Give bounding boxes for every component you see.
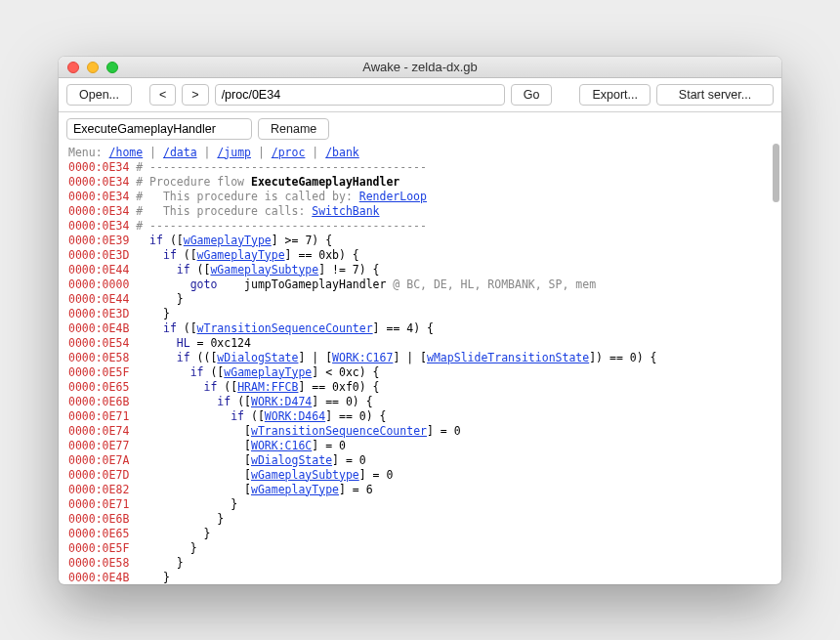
titlebar: Awake - zelda-dx.gb bbox=[59, 57, 781, 78]
code-line: 0000:0E5F if ([wGameplayType] < 0xc) { bbox=[68, 365, 772, 380]
symbol-link[interactable]: wTransitionSequenceCounter bbox=[197, 321, 373, 335]
symbol-link[interactable]: /home bbox=[109, 146, 144, 159]
code-line: 0000:0E74 [wTransitionSequenceCounter] =… bbox=[68, 424, 772, 439]
symbol-link[interactable]: wGameplayType bbox=[197, 248, 285, 262]
symbol-link[interactable]: wGameplayType bbox=[224, 365, 312, 379]
symbol-link[interactable]: SwitchBank bbox=[312, 204, 379, 218]
go-button[interactable]: Go bbox=[511, 84, 553, 106]
symbol-link[interactable]: wGameplaySubtype bbox=[210, 263, 318, 277]
symbol-link[interactable]: wMapSlideTransitionState bbox=[427, 351, 589, 364]
code-line: 0000:0E7A [wDialogState] = 0 bbox=[68, 453, 772, 468]
code-line: 0000:0E71 if ([WORK:D464] == 0) { bbox=[68, 409, 772, 424]
code-line: 0000:0E58 } bbox=[68, 556, 772, 571]
code-line: 0000:0000 goto jumpToGameplayHandler @ B… bbox=[68, 277, 772, 292]
symbol-link[interactable]: wGameplayType bbox=[251, 483, 339, 496]
symbol-link[interactable]: WORK:D474 bbox=[251, 395, 312, 408]
symbol-link[interactable]: /bank bbox=[325, 146, 359, 159]
code-line: 0000:0E71 } bbox=[68, 497, 772, 512]
code-line: 0000:0E6B } bbox=[68, 512, 772, 527]
symbol-link[interactable]: WORK:C16C bbox=[251, 439, 312, 452]
toolbar: Open... < > /proc/0E34 Go Export... Star… bbox=[59, 78, 781, 112]
code-line: 0000:0E44 } bbox=[68, 292, 772, 307]
back-button[interactable]: < bbox=[149, 84, 176, 106]
start-server-button[interactable]: Start server... bbox=[656, 84, 774, 106]
symbol-link[interactable]: wGameplaySubtype bbox=[251, 468, 359, 482]
code-line: 0000:0E4B if ([wTransitionSequenceCounte… bbox=[68, 321, 772, 336]
code-line: 0000:0E3D } bbox=[68, 307, 772, 321]
code-line: 0000:0E65 } bbox=[68, 527, 772, 541]
rename-bar: ExecuteGameplayHandler Rename bbox=[59, 112, 781, 144]
symbol-link[interactable]: HRAM:FFCB bbox=[237, 380, 298, 394]
symbol-link[interactable]: wDialogState bbox=[217, 351, 298, 364]
code-line: 0000:0E34 # ----------------------------… bbox=[68, 219, 772, 234]
code-line: 0000:0E34 # This procedure is called by:… bbox=[68, 190, 772, 204]
window-title: Awake - zelda-dx.gb bbox=[59, 60, 781, 74]
symbol-link[interactable]: RenderLoop bbox=[359, 190, 427, 203]
symbol-link[interactable]: WORK:D464 bbox=[265, 409, 325, 423]
code-line: 0000:0E5F } bbox=[68, 541, 772, 556]
minimize-icon[interactable] bbox=[87, 62, 99, 73]
code-line: 0000:0E6B if ([WORK:D474] == 0) { bbox=[68, 395, 772, 409]
zoom-icon[interactable] bbox=[106, 62, 118, 73]
code-line: 0000:0E34 # ----------------------------… bbox=[68, 160, 772, 175]
app-window: Awake - zelda-dx.gb Open... < > /proc/0E… bbox=[59, 57, 781, 584]
open-button[interactable]: Open... bbox=[66, 84, 132, 106]
symbol-link[interactable]: wTransitionSequenceCounter bbox=[251, 424, 427, 438]
symbol-link[interactable]: /data bbox=[163, 146, 197, 159]
menu-line: Menu: /home | /data | /jump | /proc | /b… bbox=[68, 146, 772, 160]
path-input[interactable]: /proc/0E34 bbox=[215, 84, 505, 106]
code-line: 0000:0E34 # Procedure flow ExecuteGamepl… bbox=[68, 175, 772, 190]
code-line: 0000:0E77 [WORK:C16C] = 0 bbox=[68, 439, 772, 453]
code-line: 0000:0E58 if (([wDialogState] | [WORK:C1… bbox=[68, 351, 772, 365]
code-line: 0000:0E34 # This procedure calls: Switch… bbox=[68, 204, 772, 219]
code-line: 0000:0E4B } bbox=[68, 571, 772, 584]
code-view: Menu: /home | /data | /jump | /proc | /b… bbox=[59, 144, 781, 584]
procedure-name: ExecuteGameplayHandler bbox=[251, 175, 399, 189]
code-line: 0000:0E7D [wGameplaySubtype] = 0 bbox=[68, 468, 772, 483]
forward-button[interactable]: > bbox=[182, 84, 208, 106]
scrollbar-thumb[interactable] bbox=[773, 144, 779, 202]
content-area: Menu: /home | /data | /jump | /proc | /b… bbox=[59, 144, 781, 584]
export-button[interactable]: Export... bbox=[579, 84, 651, 106]
symbol-link[interactable]: WORK:C167 bbox=[332, 351, 393, 364]
code-line: 0000:0E65 if ([HRAM:FFCB] == 0xf0) { bbox=[68, 380, 772, 395]
code-line: 0000:0E82 [wGameplayType] = 6 bbox=[68, 483, 772, 497]
symbol-link[interactable]: wDialogState bbox=[251, 453, 332, 467]
symbol-link[interactable]: /proc bbox=[272, 146, 306, 159]
code-line: 0000:0E44 if ([wGameplaySubtype] != 7) { bbox=[68, 263, 772, 277]
symbol-link[interactable]: /jump bbox=[217, 146, 251, 159]
code-line: 0000:0E3D if ([wGameplayType] == 0xb) { bbox=[68, 248, 772, 263]
rename-button[interactable]: Rename bbox=[258, 118, 329, 140]
symbol-link[interactable]: wGameplayType bbox=[184, 234, 272, 247]
code-line: 0000:0E54 HL = 0xc124 bbox=[68, 336, 772, 351]
close-icon[interactable] bbox=[67, 62, 79, 73]
procedure-name-input[interactable]: ExecuteGameplayHandler bbox=[66, 118, 252, 140]
code-line: 0000:0E39 if ([wGameplayType] >= 7) { bbox=[68, 234, 772, 248]
